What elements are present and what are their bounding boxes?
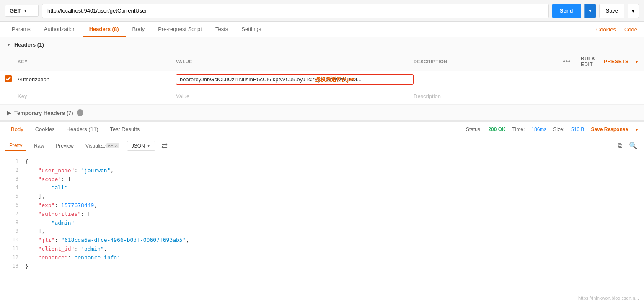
auth-value-cell: bearereyJhbGciOiJIUzI1NiIsInR5cCI6IkpXVC… bbox=[176, 74, 414, 85]
key-col-header: KEY bbox=[18, 59, 176, 64]
desc-col-header: DESCRIPTION bbox=[414, 59, 572, 64]
tab-body[interactable]: Body bbox=[126, 22, 152, 37]
empty-value-cell[interactable]: Value bbox=[176, 93, 414, 99]
presets-button[interactable]: Presets bbox=[603, 58, 630, 65]
auth-row-check[interactable] bbox=[5, 75, 18, 83]
tab-settings[interactable]: Settings bbox=[235, 22, 268, 37]
code-line-4: 4 "all" bbox=[0, 184, 644, 192]
resp-tab-headers[interactable]: Headers (11) bbox=[61, 122, 104, 137]
url-input[interactable] bbox=[42, 4, 549, 18]
method-label: GET bbox=[10, 8, 21, 14]
auth-checkbox[interactable] bbox=[5, 75, 12, 82]
url-bar: GET ▼ Send ▼ Save ▼ bbox=[0, 0, 644, 22]
save-response-arrow-icon: ▼ bbox=[635, 127, 639, 132]
code-line-2: 2 "user_name": "jourwon", bbox=[0, 166, 644, 175]
beta-badge: BETA bbox=[106, 143, 119, 148]
actions-col-header: ••• Bulk Edit Presets ▼ bbox=[572, 55, 639, 68]
json-format-arrow-icon: ▼ bbox=[147, 143, 151, 148]
code-link[interactable]: Code bbox=[623, 22, 639, 37]
empty-desc-cell[interactable]: Description bbox=[414, 93, 572, 99]
send-button[interactable]: Send bbox=[552, 4, 581, 18]
temp-info-icon[interactable]: i bbox=[77, 109, 83, 116]
tab-headers[interactable]: Headers (8) bbox=[83, 22, 126, 37]
code-line-6: 6 "exp": 1577678449, bbox=[0, 201, 644, 210]
method-chevron-icon: ▼ bbox=[23, 8, 28, 13]
format-bar: Pretty Raw Preview VisualizeBETA JSON ▼ … bbox=[0, 137, 644, 154]
more-button[interactable]: ••• bbox=[560, 57, 573, 66]
tab-authorization[interactable]: Authorization bbox=[37, 22, 83, 37]
headers-section-header[interactable]: ▼ Headers (1) bbox=[0, 37, 644, 52]
save-button[interactable]: Save bbox=[599, 4, 624, 18]
format-tab-raw[interactable]: Raw bbox=[30, 141, 48, 151]
format-tab-visualize[interactable]: VisualizeBETA bbox=[81, 141, 124, 151]
json-format-select[interactable]: JSON ▼ bbox=[127, 141, 155, 151]
code-line-13: 13 } bbox=[0, 262, 644, 271]
tab-bar-right: Cookies Code bbox=[595, 22, 639, 37]
auth-key-cell: Authorization bbox=[18, 76, 176, 83]
header-empty-row: Key Value Description bbox=[0, 88, 644, 105]
empty-key-cell[interactable]: Key bbox=[18, 93, 176, 99]
json-code-area: 1 { 2 "user_name": "jourwon", 3 "scope":… bbox=[0, 154, 644, 274]
format-tab-preview[interactable]: Preview bbox=[52, 141, 78, 151]
json-format-label: JSON bbox=[132, 143, 145, 149]
save-dropdown-button[interactable]: ▼ bbox=[628, 4, 639, 18]
search-icon[interactable]: 🔍 bbox=[627, 140, 639, 151]
header-row-authorization: Authorization bearereyJhbGciOiJIUzI1NiIs… bbox=[0, 71, 644, 88]
value-col-header: VALUE bbox=[176, 59, 414, 64]
status-value: 200 OK bbox=[488, 127, 505, 132]
cookies-link[interactable]: Cookies bbox=[595, 22, 618, 37]
code-line-7: 7 "authorities": [ bbox=[0, 210, 644, 219]
request-tab-bar: Params Authorization Headers (8) Body Pr… bbox=[0, 22, 644, 37]
resp-tab-cookies[interactable]: Cookies bbox=[29, 122, 61, 137]
time-value: 186ms bbox=[531, 127, 546, 132]
headers-collapse-icon: ▼ bbox=[7, 42, 11, 47]
size-value: 516 B bbox=[571, 127, 584, 132]
code-line-5: 5 ], bbox=[0, 192, 644, 201]
code-line-3: 3 "scope": [ bbox=[0, 175, 644, 184]
temp-section-title: Temporary Headers (7) bbox=[14, 110, 73, 116]
resp-tab-body[interactable]: Body bbox=[5, 122, 29, 137]
presets-arrow-icon: ▼ bbox=[635, 60, 639, 64]
bulk-edit-button[interactable]: Bulk Edit bbox=[578, 55, 598, 68]
tab-pre-request-script[interactable]: Pre-request Script bbox=[151, 22, 209, 37]
code-line-9: 9 ], bbox=[0, 227, 644, 236]
format-bar-right: ⧉ 🔍 bbox=[616, 140, 639, 151]
code-line-1: 1 { bbox=[0, 158, 644, 166]
format-tab-pretty[interactable]: Pretty bbox=[5, 140, 26, 151]
response-area: Body Cookies Headers (11) Test Results S… bbox=[0, 121, 644, 274]
temp-collapse-icon: ▶ bbox=[7, 110, 11, 116]
code-line-10: 10 "jti": "618cda6a-dfce-4966-b0df-00607… bbox=[0, 236, 644, 245]
save-response-button[interactable]: Save Response bbox=[591, 127, 628, 132]
auth-value-box[interactable]: bearereyJhbGciOiJIUzI1NiIsInR5cCI6IkpXVC… bbox=[176, 74, 414, 85]
code-line-12: 12 "enhance": "enhance info" bbox=[0, 254, 644, 262]
temp-section-header[interactable]: ▶ Temporary Headers (7) i bbox=[0, 105, 644, 121]
send-dropdown-button[interactable]: ▼ bbox=[584, 4, 596, 18]
tab-params[interactable]: Params bbox=[5, 22, 37, 37]
resp-tab-test-results[interactable]: Test Results bbox=[104, 122, 145, 137]
headers-section-title: Headers (1) bbox=[14, 41, 44, 48]
copy-icon[interactable]: ⧉ bbox=[616, 140, 624, 151]
code-line-11: 11 "client_id": "admin", bbox=[0, 245, 644, 254]
code-line-8: 8 "admin" bbox=[0, 219, 644, 228]
tab-tests[interactable]: Tests bbox=[209, 22, 235, 37]
method-select[interactable]: GET ▼ bbox=[5, 5, 39, 17]
response-status-bar: Status: 200 OK Time: 186ms Size: 516 B S… bbox=[466, 127, 639, 132]
headers-table-header: KEY VALUE DESCRIPTION ••• Bulk Edit Pres… bbox=[0, 52, 644, 71]
wrap-button[interactable]: ⇄ bbox=[159, 140, 170, 151]
status-label: Status: bbox=[466, 127, 481, 132]
size-label: Size: bbox=[553, 127, 564, 132]
response-tab-bar: Body Cookies Headers (11) Test Results S… bbox=[0, 122, 644, 137]
time-label: Time: bbox=[512, 127, 525, 132]
